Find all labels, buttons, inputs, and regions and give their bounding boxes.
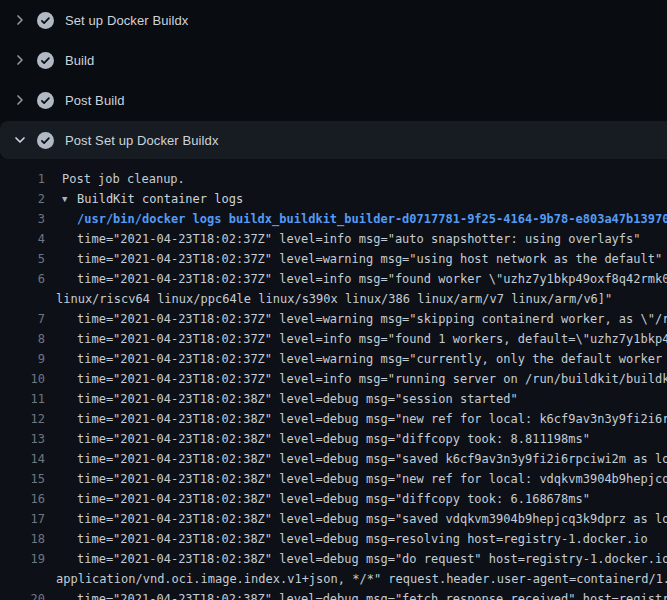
check-circle-icon (37, 52, 54, 69)
group-collapse-icon[interactable]: ▼ (62, 189, 77, 209)
chevron-right-icon (12, 52, 28, 68)
log-line-number[interactable]: 5 (0, 249, 45, 269)
step-label: Post Build (65, 93, 125, 108)
log-line-text: time="2021-04-23T18:02:38Z" level=debug … (45, 489, 590, 509)
steps-list: Set up Docker Buildx Build Post Build Po… (0, 0, 667, 159)
log-line-number[interactable]: 15 (0, 469, 45, 489)
chevron-right-icon (12, 12, 28, 28)
log-line-text: time="2021-04-23T18:02:37Z" level=info m… (45, 269, 667, 289)
log-line: 16 time="2021-04-23T18:02:38Z" level=deb… (0, 489, 667, 509)
log-line: 11 time="2021-04-23T18:02:38Z" level=deb… (0, 389, 667, 409)
log-line: 5 time="2021-04-23T18:02:37Z" level=warn… (0, 249, 667, 269)
log-line-text: application/vnd.oci.image.index.v1+json,… (45, 569, 667, 589)
log-line-text: time="2021-04-23T18:02:37Z" level=info m… (45, 369, 667, 389)
step-label: Build (65, 53, 94, 68)
log-line-text: /usr/bin/docker logs buildx_buildkit_bui… (45, 209, 667, 229)
log-line-number[interactable]: 8 (0, 329, 45, 349)
log-viewer: 1 Post job cleanup. 2 ▼BuildKit containe… (0, 160, 667, 600)
log-line: 2 ▼BuildKit container logs (0, 189, 667, 209)
log-line-number[interactable] (0, 289, 45, 309)
log-line-number[interactable]: 4 (0, 229, 45, 249)
log-line-text: time="2021-04-23T18:02:38Z" level=debug … (45, 389, 518, 409)
log-line: application/vnd.oci.image.index.v1+json,… (0, 569, 667, 589)
log-line: 19 time="2021-04-23T18:02:38Z" level=deb… (0, 549, 667, 569)
log-line-number[interactable]: 16 (0, 489, 45, 509)
log-line-number[interactable]: 6 (0, 269, 45, 289)
log-line-number[interactable]: 9 (0, 349, 45, 369)
step-post-build[interactable]: Post Build (0, 80, 667, 120)
check-circle-icon (37, 12, 54, 29)
log-line-text: time="2021-04-23T18:02:37Z" level=info m… (45, 229, 641, 249)
step-post-set-up-docker-buildx[interactable]: Post Set up Docker Buildx (0, 121, 667, 159)
log-line-text: time="2021-04-23T18:02:37Z" level=warnin… (45, 349, 667, 369)
step-label: Post Set up Docker Buildx (65, 133, 219, 148)
log-line-number[interactable]: 13 (0, 429, 45, 449)
log-line-number[interactable]: 18 (0, 529, 45, 549)
log-line: 13 time="2021-04-23T18:02:38Z" level=deb… (0, 429, 667, 449)
log-line-number[interactable]: 12 (0, 409, 45, 429)
log-line: 9 time="2021-04-23T18:02:37Z" level=warn… (0, 349, 667, 369)
chevron-right-icon (12, 92, 28, 108)
log-line: 3 /usr/bin/docker logs buildx_buildkit_b… (0, 209, 667, 229)
log-line-text: time="2021-04-23T18:02:38Z" level=debug … (45, 589, 667, 600)
log-line: 18 time="2021-04-23T18:02:38Z" level=deb… (0, 529, 667, 549)
log-line: 15 time="2021-04-23T18:02:38Z" level=deb… (0, 469, 667, 489)
log-line: linux/riscv64 linux/ppc64le linux/s390x … (0, 289, 667, 309)
log-line-text: linux/riscv64 linux/ppc64le linux/s390x … (45, 289, 612, 309)
log-line-text: time="2021-04-23T18:02:37Z" level=warnin… (45, 309, 667, 329)
log-line-number[interactable]: 7 (0, 309, 45, 329)
step-set-up-docker-buildx[interactable]: Set up Docker Buildx (0, 0, 667, 40)
log-line-text: time="2021-04-23T18:02:38Z" level=debug … (45, 469, 667, 489)
log-line: 12 time="2021-04-23T18:02:38Z" level=deb… (0, 409, 667, 429)
log-line: 17 time="2021-04-23T18:02:38Z" level=deb… (0, 509, 667, 529)
log-line-number[interactable]: 3 (0, 209, 45, 229)
log-line-text: time="2021-04-23T18:02:37Z" level=warnin… (45, 249, 662, 269)
check-circle-icon (37, 92, 54, 109)
log-line: 14 time="2021-04-23T18:02:38Z" level=deb… (0, 449, 667, 469)
log-line-text: time="2021-04-23T18:02:38Z" level=debug … (45, 509, 667, 529)
log-line: 10 time="2021-04-23T18:02:37Z" level=inf… (0, 369, 667, 389)
step-label: Set up Docker Buildx (65, 13, 188, 28)
step-build[interactable]: Build (0, 40, 667, 80)
log-line-text: Post job cleanup. (45, 169, 185, 189)
log-line-number[interactable]: 17 (0, 509, 45, 529)
check-circle-icon (37, 132, 54, 149)
log-line-number[interactable]: 20 (0, 589, 45, 600)
log-line-text: ▼BuildKit container logs (45, 189, 243, 209)
log-line-number[interactable] (0, 569, 45, 589)
log-line-text: time="2021-04-23T18:02:38Z" level=debug … (45, 449, 667, 469)
chevron-down-icon (12, 132, 28, 148)
log-line: 6 time="2021-04-23T18:02:37Z" level=info… (0, 269, 667, 289)
log-line-number[interactable]: 19 (0, 549, 45, 569)
log-line: 4 time="2021-04-23T18:02:37Z" level=info… (0, 229, 667, 249)
log-line-number[interactable]: 1 (0, 169, 45, 189)
log-line-number[interactable]: 11 (0, 389, 45, 409)
log-line-text: time="2021-04-23T18:02:38Z" level=debug … (45, 429, 590, 449)
group-title: BuildKit container logs (77, 192, 243, 206)
log-line-number[interactable]: 10 (0, 369, 45, 389)
log-line-text: time="2021-04-23T18:02:37Z" level=info m… (45, 329, 667, 349)
log-line-number[interactable]: 2 (0, 189, 45, 209)
log-line-number[interactable]: 14 (0, 449, 45, 469)
log-line: 8 time="2021-04-23T18:02:37Z" level=info… (0, 329, 667, 349)
log-line: 20 time="2021-04-23T18:02:38Z" level=deb… (0, 589, 667, 600)
log-line-text: time="2021-04-23T18:02:38Z" level=debug … (45, 529, 648, 549)
log-line-text: time="2021-04-23T18:02:38Z" level=debug … (45, 549, 667, 569)
log-line: 1 Post job cleanup. (0, 169, 667, 189)
log-line: 7 time="2021-04-23T18:02:37Z" level=warn… (0, 309, 667, 329)
log-line-text: time="2021-04-23T18:02:38Z" level=debug … (45, 409, 667, 429)
